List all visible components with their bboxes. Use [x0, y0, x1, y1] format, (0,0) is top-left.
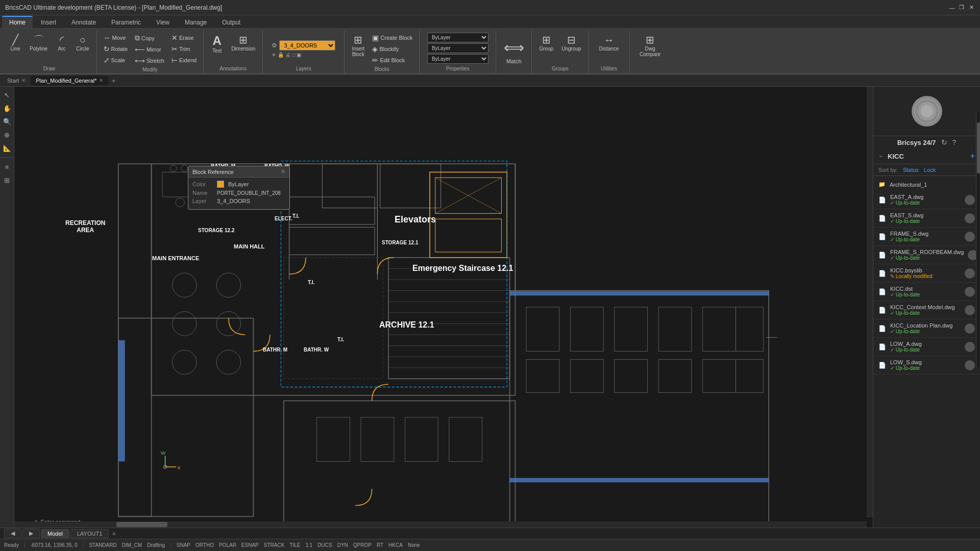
snap-status[interactable]: SNAP [177, 542, 190, 548]
select-tool[interactable]: ↖ [1, 89, 13, 101]
ungroup-button[interactable]: ⊟ Ungroup [558, 33, 584, 54]
file-kicc-bsyslib[interactable]: 📄 KICC.bsyslib ✎ Locally modified [873, 264, 980, 283]
zoom-tool[interactable]: 🔍 [1, 115, 13, 128]
mirror-button[interactable]: ⟵ Mirror [132, 44, 167, 55]
tab-output[interactable]: Output [215, 17, 248, 28]
qprop-status[interactable]: QPROP [353, 542, 372, 548]
properties-tool[interactable]: ⊞ [1, 174, 13, 186]
layer-btn-2[interactable]: 🔒 [278, 52, 284, 58]
dimension-button[interactable]: ⊞ Dimension [228, 33, 258, 54]
sort-status-button[interactable]: Status [903, 167, 919, 173]
filename: EAST_A.dwg [890, 194, 961, 200]
rt-status[interactable]: RT [377, 542, 383, 548]
tab-parametric[interactable]: Parametric [104, 17, 148, 28]
add-layout-button[interactable]: + [110, 530, 118, 538]
doc-tab-start[interactable]: Start ✕ [2, 76, 31, 85]
tab-insert[interactable]: Insert [34, 17, 63, 28]
layers-tool[interactable]: ≡ [1, 161, 13, 173]
close-start-tab[interactable]: ✕ [21, 78, 26, 83]
color-dropdown[interactable]: ByLayer [427, 33, 488, 42]
pan-tool[interactable]: ✋ [1, 102, 13, 114]
create-block-button[interactable]: ▣ Create Block [370, 33, 415, 43]
layer-dropdown[interactable]: 3_4_DOORS [279, 40, 335, 51]
folder-architectural[interactable]: 📁 Architectural_1 [873, 178, 980, 191]
circle-button[interactable]: ○ Circle [73, 33, 92, 54]
new-tab-button[interactable]: + [108, 75, 118, 86]
sort-lock-button[interactable]: Lock [924, 167, 936, 173]
file-east-a[interactable]: 📄 EAST_A.dwg ✓ Up-to-date [873, 191, 980, 209]
layout-nav-next[interactable]: ▶ [22, 529, 40, 538]
close-button[interactable]: ✕ [968, 4, 975, 11]
arc-button[interactable]: ◜ Arc [53, 33, 71, 54]
layer-btn-3[interactable]: 🖨 [285, 52, 290, 58]
bricsys-logo [912, 96, 942, 127]
add-file-button[interactable]: + [970, 152, 975, 161]
minimize-button[interactable]: — [948, 4, 955, 11]
copy-button[interactable]: ⧉Copy [132, 33, 167, 43]
panel-header [873, 87, 980, 136]
layer-btn-5[interactable]: ▣ [297, 52, 301, 58]
close-plan-tab[interactable]: ✕ [99, 78, 103, 83]
polar-status[interactable]: POLAR [219, 542, 236, 548]
tab-annotate[interactable]: Annotate [64, 17, 103, 28]
ortho-status[interactable]: ORTHO [195, 542, 214, 548]
rotate-button[interactable]: ↻ Rotate [101, 44, 130, 54]
canvas-horizontal-scrollbar[interactable] [14, 521, 867, 528]
window-controls[interactable]: — ❐ ✕ [948, 4, 975, 11]
hscroll-thumb[interactable] [116, 522, 167, 527]
group-button[interactable]: ⊞ Group [536, 33, 556, 54]
back-button[interactable]: ← [878, 153, 885, 160]
layer-btn-4[interactable]: □ [292, 52, 295, 58]
lineweight-dropdown[interactable]: ByLayer [427, 54, 488, 64]
tab-home[interactable]: Home [2, 16, 33, 28]
dyn-status[interactable]: DYN [337, 542, 348, 548]
file-frame-s-roofbeam[interactable]: 📄 FRAME_S_ROOFBEAM.dwg ✓ Up-to-date [873, 246, 980, 264]
blockify-button[interactable]: ◈ Blockify [370, 44, 415, 54]
popup-close-button[interactable]: ✕ [281, 168, 285, 175]
stretch-button[interactable]: ⟷ Stretch [132, 56, 167, 66]
strack-status[interactable]: STRACK [264, 542, 285, 548]
linetype-dropdown[interactable]: ByLayer [427, 43, 488, 53]
help-panel-button[interactable]: ? [952, 138, 957, 146]
layout-tab-model[interactable]: Model [41, 529, 69, 538]
layer-settings-icon[interactable]: ⚙ [272, 42, 277, 49]
hkca-status[interactable]: HKCA [388, 542, 403, 548]
layer-btn-1[interactable]: ☀ [272, 52, 276, 58]
measure-tool[interactable]: 📐 [1, 142, 13, 154]
insert-block-button[interactable]: ⊞ InsertBlock [349, 33, 368, 59]
extend-button[interactable]: ⊢ Extend [169, 55, 199, 65]
maximize-button[interactable]: ❐ [958, 4, 965, 11]
panel-scroll-thumb[interactable] [977, 122, 980, 173]
file-frame-s[interactable]: 📄 FRAME_S.dwg ✓ Up-to-date [873, 228, 980, 246]
ducs-status[interactable]: DUCS [317, 542, 332, 548]
canvas-area[interactable]: W X RECREATIONAREA MAIN ENTRANCE MAIN HA… [14, 87, 873, 528]
erase-button[interactable]: ✕ Erase [169, 33, 199, 43]
polyline-button[interactable]: ⌒ Polyline [27, 33, 51, 54]
file-kicc-dst[interactable]: 📄 KICC.dst ✓ Up-to-date [873, 283, 980, 301]
esnap-status[interactable]: ESNAP [241, 542, 259, 548]
layout-tab-layout1[interactable]: LAYOUT1 [70, 529, 109, 538]
orbit-tool[interactable]: ⊕ [1, 129, 13, 141]
refresh-panel-button[interactable]: ↻ [941, 138, 947, 146]
text-button[interactable]: A Text [208, 33, 226, 56]
file-low-s[interactable]: 📄 LOW_S.dwg ✓ Up-to-date [873, 356, 980, 374]
file-low-a[interactable]: 📄 LOW_A.dwg ✓ Up-to-date [873, 338, 980, 356]
distance-button[interactable]: ↔ Distance [596, 33, 622, 54]
file-east-s[interactable]: 📄 EAST_S.dwg ✓ Up-to-date [873, 209, 980, 228]
layout-nav-prev[interactable]: ◀ [4, 529, 21, 538]
line-button[interactable]: ╱ Line [6, 33, 24, 54]
move-button[interactable]: ↔ Move [101, 33, 130, 43]
edit-block-button[interactable]: ✏ Edit Block [370, 55, 415, 65]
tile-status[interactable]: TILE [289, 542, 300, 548]
file-status: ✎ Locally modified [890, 273, 961, 279]
canvas-vertical-scrollbar[interactable] [867, 87, 873, 517]
file-kicc-context[interactable]: 📄 KICC_Context Model.dwg ✓ Up-to-date [873, 301, 980, 319]
trim-button[interactable]: ✂ Trim [169, 44, 199, 54]
tab-manage[interactable]: Manage [178, 17, 214, 28]
dwg-compare-button[interactable]: ⊞ DwgCompare [636, 33, 664, 59]
tab-view[interactable]: View [149, 17, 177, 28]
panel-scrollbar[interactable] [976, 112, 980, 367]
scale-button[interactable]: ⤢ Scale [101, 55, 130, 65]
file-kicc-location[interactable]: 📄 KICC_Location Plan.dwg ✓ Up-to-date [873, 319, 980, 338]
doc-tab-plan[interactable]: Plan_Modified_General* ✕ [31, 76, 108, 85]
